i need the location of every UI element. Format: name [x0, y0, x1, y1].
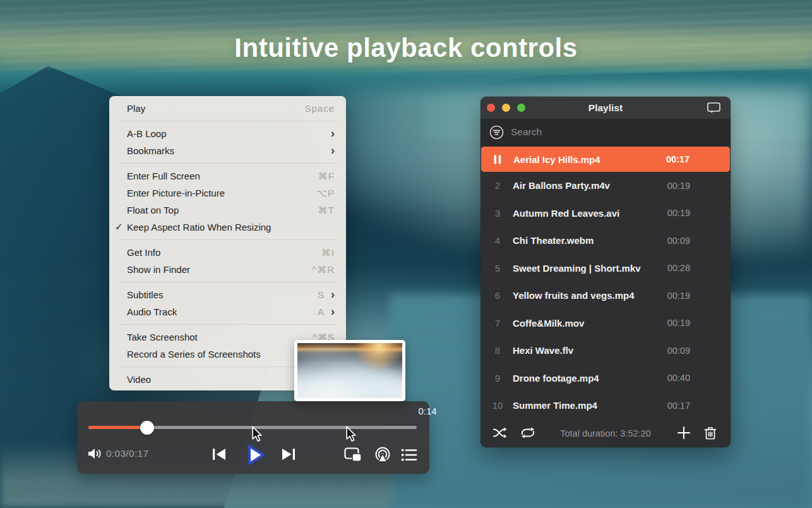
repeat-button[interactable]	[520, 426, 536, 440]
total-duration-label: Total duration: 3:52:20	[481, 428, 731, 438]
zoom-window-button[interactable]	[517, 104, 525, 112]
playlist-item[interactable]: 7 Coffe&Milk.mov 00:19	[481, 310, 731, 337]
playlist-item[interactable]: 10 Summer Time.mp4 00:17	[481, 392, 731, 420]
minimize-window-button[interactable]	[502, 104, 510, 112]
seek-bar-progress	[88, 426, 147, 429]
shortcut-label: ^⌘R	[312, 264, 335, 275]
delete-button[interactable]	[704, 426, 717, 440]
playlist-item-duration: 00:40	[667, 373, 690, 383]
mouse-cursor	[345, 426, 357, 442]
playlist-search-bar[interactable]: Search	[481, 119, 731, 146]
playlist-item[interactable]: 4 Chi Theater.webm 00:09	[481, 227, 731, 255]
menu-separator	[117, 163, 338, 164]
playlist-item[interactable]: 5 Sweet Dreaming | Short.mkv 00:28	[481, 255, 731, 282]
menu-item-show-in-finder[interactable]: Show in Finder ^⌘R	[109, 261, 346, 278]
volume-icon[interactable]	[87, 447, 104, 461]
search-input[interactable]: Search	[511, 126, 542, 138]
close-window-button[interactable]	[487, 104, 495, 112]
playlist-item-name: Aerial Icy Hills.mp4	[513, 154, 600, 165]
playlist-item-duration: 00:17	[667, 401, 690, 411]
menu-separator	[117, 121, 338, 121]
menu-item-bookmarks[interactable]: Bookmarks ›	[109, 142, 346, 159]
playlist-item-duration: 00:19	[667, 208, 690, 218]
menu-item-enter-pip[interactable]: Enter Picture-in-Picture ⌥P	[109, 184, 346, 202]
playlist-toggle-button[interactable]	[401, 448, 417, 462]
playlist-item-duration: 00:17	[666, 154, 690, 164]
playlist-item-name: Coffe&Milk.mov	[513, 318, 584, 329]
menu-item-ab-loop[interactable]: A-B Loop ›	[109, 125, 346, 142]
menu-item-enter-full-screen[interactable]: Enter Full Screen ⌘F	[109, 167, 346, 184]
play-button[interactable]	[242, 442, 268, 468]
playlist-item-name: Yellow fruits and vegs.mp4	[513, 290, 635, 301]
seek-bar-thumb[interactable]	[140, 421, 154, 435]
playlist-item-name: Hexi Wave.flv	[513, 345, 573, 356]
shortcut-label: S	[318, 289, 325, 300]
menu-item-float-on-top[interactable]: Float on Top ⌘T	[109, 202, 346, 219]
submenu-chevron-icon: ›	[331, 305, 335, 318]
playlist-item-name: Air Ballons Party.m4v	[513, 180, 610, 191]
playlist-titlebar[interactable]: Playlist	[481, 97, 731, 119]
shortcut-label: A	[318, 306, 325, 317]
filter-icon	[489, 125, 504, 140]
pause-icon	[494, 155, 501, 164]
playlist-item-name: Drone footage.mp4	[513, 373, 599, 384]
airplay-stream-button[interactable]	[374, 446, 391, 464]
show-player-window-icon[interactable]	[707, 102, 720, 114]
shuffle-button[interactable]	[493, 426, 508, 440]
playlist-item-name: Autumn Red Leaves.avi	[513, 208, 619, 219]
next-track-button[interactable]	[280, 446, 297, 463]
page-title: Intuitive playback controls	[0, 33, 812, 63]
shortcut-label: ⌘I	[321, 247, 335, 258]
submenu-chevron-icon: ›	[331, 144, 335, 157]
checkmark-icon: ✓	[115, 221, 123, 233]
playlist-item-duration: 00:19	[667, 318, 690, 328]
submenu-chevron-icon: ›	[331, 288, 335, 301]
menu-item-keep-aspect-ratio[interactable]: ✓ Keep Aspect Ratio When Resizing	[109, 219, 346, 236]
playlist-item[interactable]: 3 Autumn Red Leaves.avi 00:19	[481, 200, 731, 227]
menu-item-subtitles[interactable]: Subtitles S ›	[109, 286, 346, 303]
playlist-item-name: Sweet Dreaming | Short.mkv	[513, 263, 641, 274]
playlist-item[interactable]: 6 Yellow fruits and vegs.mp4 00:19	[481, 282, 731, 310]
playlist-item-name: Summer Time.mp4	[513, 400, 597, 411]
playlist-window: Playlist Search A	[481, 97, 731, 447]
playlist-rows: Aerial Icy Hills.mp4 00:17 2 Air Ballons…	[481, 147, 731, 419]
shortcut-label: ⌥P	[316, 188, 335, 199]
submenu-chevron-icon: ›	[331, 127, 335, 140]
playlist-item-duration: 00:28	[667, 263, 690, 273]
playlist-item-duration: 00:19	[667, 291, 690, 301]
playlist-item-duration: 00:09	[667, 346, 690, 356]
playlist-item[interactable]: 9 Drone footage.mp4 00:40	[481, 365, 731, 392]
menu-separator	[117, 282, 338, 282]
playlist-item[interactable]: 8 Hexi Wave.flv 00:09	[481, 337, 731, 365]
mouse-cursor	[251, 426, 263, 442]
pip-button[interactable]	[344, 447, 363, 463]
menu-item-get-info[interactable]: Get Info ⌘I	[109, 244, 346, 261]
previous-track-button[interactable]	[211, 446, 227, 463]
playlist-item-duration: 00:19	[667, 181, 690, 191]
shortcut-label: ⌘F	[318, 171, 335, 182]
playlist-item-name: Chi Theater.webm	[513, 235, 594, 246]
playlist-footer: Total duration: 3:52:20	[481, 419, 731, 447]
seek-preview-thumbnail	[294, 340, 405, 401]
window-controls	[487, 104, 525, 112]
shortcut-label: ⌘T	[318, 205, 335, 216]
menu-item-audio-track[interactable]: Audio Track A ›	[109, 303, 346, 320]
menu-separator	[117, 239, 338, 240]
seek-time-tooltip: 0:14	[399, 406, 456, 416]
shortcut-label: Space	[304, 103, 335, 114]
playlist-item[interactable]: 2 Air Ballons Party.m4v 00:19	[481, 172, 731, 200]
add-file-button[interactable]	[677, 426, 691, 440]
time-display: 0:03/0:17	[106, 448, 148, 459]
playlist-item-selected[interactable]: Aerial Icy Hills.mp4 00:17	[481, 147, 730, 172]
menu-separator	[117, 324, 338, 325]
menu-item-play[interactable]: Play Space	[109, 100, 346, 117]
playlist-item-duration: 00:09	[667, 236, 690, 246]
